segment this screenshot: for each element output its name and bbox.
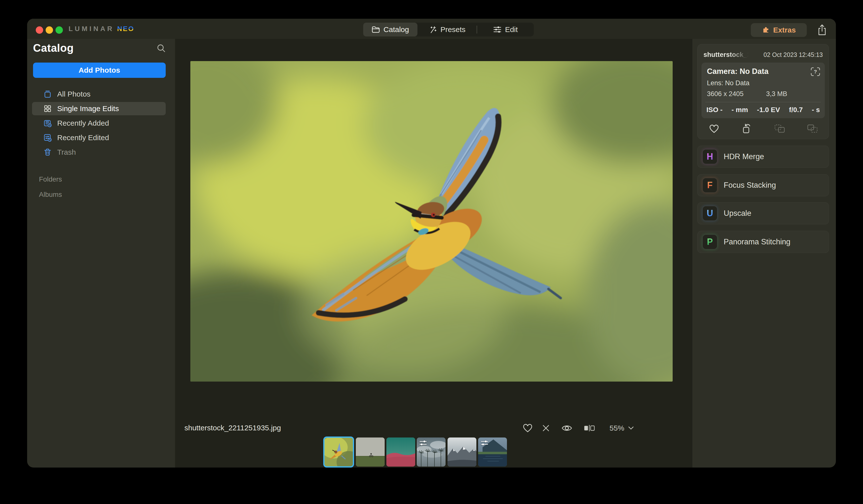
add-photos-button[interactable]: Add Photos (33, 63, 166, 78)
sidebar-item-single-image-edits[interactable]: Single Image Edits (32, 102, 166, 115)
rotate-left-icon (741, 124, 752, 134)
lens-info: Lens: No Data (707, 79, 750, 87)
chevron-down-icon (628, 426, 634, 430)
tab-catalog[interactable]: Catalog (363, 23, 417, 37)
panorama-letter: P (707, 237, 713, 246)
photos-icon (43, 90, 52, 98)
sidebar-item-label: Recently Edited (57, 133, 109, 142)
exif-exposure-bias: -1.0 EV (757, 106, 780, 114)
app-window: LUMINAR NEO Catalog (27, 19, 836, 467)
share-icon (817, 24, 827, 36)
sidebar-item-recently-added[interactable]: Recently Added (32, 117, 166, 130)
exif-aperture: f/0.7 (789, 106, 803, 114)
titlebar: LUMINAR NEO Catalog (27, 19, 836, 39)
edited-badge-icon (419, 440, 429, 447)
upscale-letter: U (707, 209, 713, 218)
copy-adjustments-button[interactable] (774, 123, 785, 134)
grid-icon (43, 104, 52, 113)
sidebar-item-all-photos[interactable]: All Photos (32, 88, 166, 101)
panorama-stitching-card[interactable]: P Panorama Stitching (697, 231, 829, 253)
heart-icon (523, 424, 533, 433)
sidebar-item-label: Trash (57, 148, 76, 156)
focus-stacking-card[interactable]: F Focus Stacking (697, 174, 829, 196)
focus-stacking-label: Focus Stacking (724, 181, 776, 190)
compare-button[interactable] (584, 422, 595, 434)
sidebar-item-label: All Photos (57, 90, 90, 98)
heart-icon (709, 124, 719, 133)
info-capture-datetime: 02 Oct 2023 12:45:13 (764, 51, 823, 59)
tab-presets[interactable]: Presets (417, 23, 477, 37)
sidebar-section-folders[interactable]: Folders (39, 176, 62, 183)
upscale-card[interactable]: U Upscale (697, 202, 829, 224)
zoom-control[interactable]: 55% (610, 422, 634, 434)
favorite-action-button[interactable] (709, 123, 720, 134)
search-icon (156, 43, 166, 53)
thumbnail-mountains[interactable] (448, 438, 476, 467)
edited-badge-icon (480, 440, 490, 447)
tab-edit[interactable]: Edit (477, 23, 534, 37)
x-icon (542, 424, 550, 432)
copy-adjustments-icon (774, 124, 785, 134)
magic-wand-icon (428, 25, 437, 34)
hdr-merge-label: HDR Merge (724, 152, 764, 161)
panorama-stitching-label: Panorama Stitching (724, 237, 790, 246)
extras-button[interactable]: Extras (751, 23, 807, 37)
paste-adjustments-button[interactable] (807, 123, 818, 134)
camera-info: Camera: No Data (707, 67, 768, 76)
add-photos-label: Add Photos (79, 66, 120, 74)
paste-adjustments-icon (807, 124, 818, 134)
exif-card: Camera: No Data ? Lens: No Data 3606 x 2… (701, 63, 825, 118)
desktop: LUMINAR NEO Catalog (0, 0, 863, 504)
viewer-canvas: shutterstock_2211251935.jpg (175, 39, 692, 467)
folder-icon (372, 26, 380, 33)
tab-label: Presets (440, 25, 465, 34)
focus-stacking-icon: F (702, 178, 717, 193)
sidebar-item-trash[interactable]: Trash (32, 145, 166, 159)
thumbnail-palms[interactable] (417, 438, 446, 467)
sidebar-section-albums[interactable]: Albums (39, 191, 62, 198)
thumbnail-field[interactable] (356, 438, 385, 467)
trash-icon (43, 148, 52, 156)
upscale-icon: U (702, 206, 717, 221)
exif-focal-length: - mm (731, 106, 748, 114)
zoom-window-button[interactable] (55, 26, 63, 34)
mode-tabstrip: Catalog Presets (363, 23, 534, 37)
exif-iso: ISO - (706, 106, 723, 114)
tab-label: Edit (505, 25, 518, 34)
quick-preview-button[interactable] (561, 422, 573, 434)
upscale-label: Upscale (724, 209, 751, 218)
compare-icon (584, 424, 595, 432)
exif-row: ISO - - mm -1.0 EV f/0.7 - s (706, 106, 820, 114)
app-logo: LUMINAR NEO (68, 19, 134, 39)
sliders-icon (493, 26, 501, 33)
reject-button[interactable] (540, 422, 552, 434)
sidebar-item-label: Recently Added (57, 119, 109, 127)
favorite-button[interactable] (522, 422, 534, 434)
share-button[interactable] (815, 23, 829, 37)
eye-icon (561, 424, 572, 432)
zoom-level: 55% (610, 424, 624, 432)
main-photo[interactable] (190, 61, 673, 382)
thumbnail-dunes[interactable] (386, 438, 415, 467)
document-sliders-clock-icon (43, 133, 52, 142)
tab-label: Catalog (384, 25, 409, 34)
photo-actions-row (698, 122, 829, 135)
minimize-window-button[interactable] (46, 26, 53, 34)
rotate-left-button[interactable] (741, 123, 752, 134)
panorama-stitching-icon: P (702, 234, 717, 249)
hdr-merge-card[interactable]: H HDR Merge (697, 145, 829, 168)
logo-luminar: LUMINAR (68, 25, 114, 33)
sidebar-item-recently-edited[interactable]: Recently Edited (32, 131, 166, 144)
hdr-letter: H (707, 152, 713, 161)
focus-letter: F (707, 181, 713, 190)
sidebar-item-label: Single Image Edits (57, 104, 119, 113)
info-filename: shutterstock_2 (703, 51, 751, 59)
file-size: 3,3 MB (766, 90, 787, 98)
close-window-button[interactable] (36, 26, 43, 34)
search-button[interactable] (156, 43, 166, 53)
thumbnail-bee-eater[interactable] (324, 438, 353, 467)
thumbnail-lake[interactable] (478, 438, 507, 467)
thumb-field-image (356, 438, 385, 467)
thumb-dunes-image (386, 438, 415, 467)
calendar-clock-icon (43, 119, 52, 127)
